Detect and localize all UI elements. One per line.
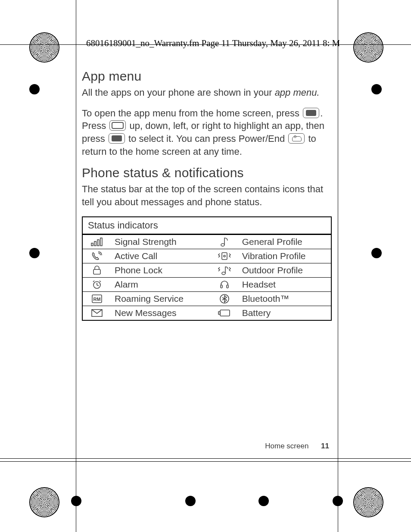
center-key-icon bbox=[303, 108, 319, 118]
svg-point-4 bbox=[221, 244, 224, 246]
table-title: Status indicators bbox=[82, 217, 331, 235]
svg-rect-2 bbox=[97, 240, 99, 246]
phone-lock-icon bbox=[82, 263, 111, 277]
center-key-icon bbox=[109, 133, 125, 144]
table-row: RM Roaming Service Bluetooth™ bbox=[82, 291, 331, 306]
crop-dot-icon bbox=[258, 496, 269, 506]
heading-phone-status: Phone status & notifications bbox=[82, 166, 332, 180]
svg-rect-7 bbox=[93, 269, 100, 274]
footer-page-number: 11 bbox=[321, 442, 329, 450]
registration-mark-icon bbox=[29, 32, 59, 63]
table-row: Phone Lock Outdoor Profile bbox=[82, 263, 331, 277]
table-row: Alarm Headset bbox=[82, 277, 331, 291]
cell-label: Outdoor Profile bbox=[239, 263, 331, 277]
cell-label: Battery bbox=[239, 306, 331, 320]
svg-text:RM: RM bbox=[93, 297, 100, 302]
cell-label: Roaming Service bbox=[111, 291, 210, 306]
svg-point-8 bbox=[222, 272, 225, 275]
status-indicators-table: Status indicators Signal Strength Genera… bbox=[82, 216, 332, 321]
cell-label: Phone Lock bbox=[111, 263, 210, 277]
page-content: App menu All the apps on your phone are … bbox=[82, 69, 332, 321]
app-menu-intro: All the apps on your phone are shown in … bbox=[82, 86, 332, 99]
registration-mark-icon bbox=[353, 487, 383, 517]
text: All the apps on your phone are shown in … bbox=[82, 87, 275, 98]
cell-label: Vibration Profile bbox=[239, 249, 331, 263]
cell-label: Headset bbox=[239, 277, 331, 291]
power-end-key-icon bbox=[288, 133, 305, 144]
bluetooth-icon bbox=[210, 291, 239, 306]
app-menu-howto: To open the app menu from the home scree… bbox=[82, 107, 332, 158]
svg-rect-1 bbox=[94, 241, 96, 246]
cell-label: General Profile bbox=[239, 234, 331, 249]
svg-rect-0 bbox=[91, 243, 93, 246]
registration-mark-icon bbox=[29, 487, 59, 517]
registration-mark-icon bbox=[353, 32, 383, 63]
printer-slug-line: 68016189001_no_Warranty.fm Page 11 Thurs… bbox=[86, 38, 340, 49]
cell-label: Bluetooth™ bbox=[239, 291, 331, 306]
status-bar-description: The status bar at the top of the screen … bbox=[82, 183, 332, 208]
crop-line-bottom bbox=[0, 458, 411, 459]
crop-dot-icon bbox=[29, 84, 40, 94]
crop-dot-icon bbox=[333, 496, 343, 506]
crop-dot-icon bbox=[185, 496, 196, 506]
table-row: Active Call Vibration Profile bbox=[82, 249, 331, 263]
svg-rect-3 bbox=[100, 238, 102, 246]
cell-label: Active Call bbox=[111, 249, 210, 263]
svg-point-6 bbox=[224, 255, 225, 257]
cell-label: Alarm bbox=[111, 277, 210, 291]
new-messages-icon bbox=[82, 306, 111, 320]
svg-rect-5 bbox=[222, 253, 227, 260]
crop-line-right bbox=[338, 0, 338, 532]
table-row: Signal Strength General Profile bbox=[82, 234, 331, 249]
dpad-key-icon bbox=[109, 120, 126, 131]
crop-line-bottom-2 bbox=[0, 461, 411, 462]
text-italic: app menu. bbox=[275, 87, 320, 98]
battery-icon bbox=[210, 306, 239, 320]
cell-label: Signal Strength bbox=[111, 234, 210, 249]
music-note-icon bbox=[210, 234, 239, 249]
text: to select it. You can press Power/End bbox=[126, 133, 287, 144]
alarm-icon bbox=[82, 277, 111, 291]
crop-dot-icon bbox=[71, 496, 81, 506]
svg-rect-17 bbox=[218, 312, 220, 314]
outdoor-profile-icon bbox=[210, 263, 239, 277]
crop-dot-icon bbox=[29, 248, 40, 258]
headset-icon bbox=[210, 277, 239, 291]
crop-dot-icon bbox=[371, 248, 382, 258]
text: To open the app menu from the home scree… bbox=[82, 108, 302, 119]
cell-label: New Messages bbox=[111, 306, 210, 320]
crop-dot-icon bbox=[371, 84, 382, 94]
footer-section-label: Home screen bbox=[265, 442, 308, 450]
active-call-icon bbox=[82, 249, 111, 263]
table-row: New Messages Battery bbox=[82, 306, 331, 320]
roaming-icon: RM bbox=[82, 291, 111, 306]
crop-line-left bbox=[76, 0, 76, 532]
page-footer: Home screen 11 bbox=[265, 442, 329, 451]
svg-rect-10 bbox=[221, 285, 222, 288]
svg-rect-11 bbox=[227, 285, 228, 288]
signal-strength-icon bbox=[82, 234, 111, 249]
vibration-profile-icon bbox=[210, 249, 239, 263]
svg-rect-16 bbox=[220, 310, 230, 316]
heading-app-menu: App menu bbox=[82, 69, 332, 84]
